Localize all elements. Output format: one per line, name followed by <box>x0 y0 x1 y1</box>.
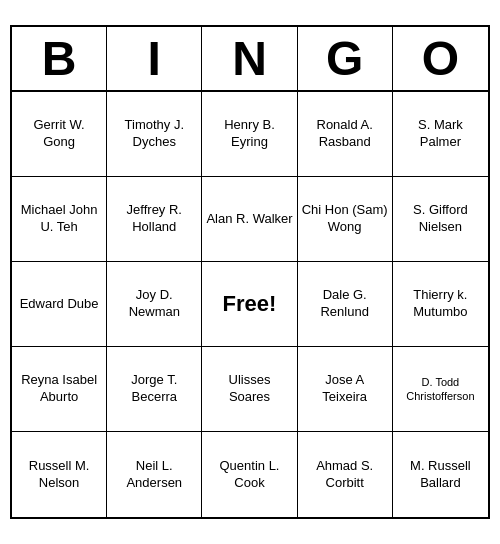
bingo-cell-23: Ahmad S. Corbitt <box>298 432 393 517</box>
bingo-cell-3: Ronald A. Rasband <box>298 92 393 177</box>
bingo-cell-15: Reyna Isabel Aburto <box>12 347 107 432</box>
bingo-cell-8: Chi Hon (Sam) Wong <box>298 177 393 262</box>
bingo-cell-10: Edward Dube <box>12 262 107 347</box>
free-space: Free! <box>202 262 297 347</box>
bingo-letter-o: O <box>393 27 488 90</box>
bingo-cell-5: Michael John U. Teh <box>12 177 107 262</box>
bingo-cell-14: Thierry k. Mutumbo <box>393 262 488 347</box>
bingo-cell-11: Joy D. Newman <box>107 262 202 347</box>
bingo-cell-17: Ulisses Soares <box>202 347 297 432</box>
bingo-cell-16: Jorge T. Becerra <box>107 347 202 432</box>
bingo-cell-9: S. Gifford Nielsen <box>393 177 488 262</box>
bingo-cell-7: Alan R. Walker <box>202 177 297 262</box>
bingo-cell-22: Quentin L. Cook <box>202 432 297 517</box>
bingo-cell-0: Gerrit W. Gong <box>12 92 107 177</box>
bingo-cell-21: Neil L. Andersen <box>107 432 202 517</box>
bingo-letter-b: B <box>12 27 107 90</box>
bingo-cell-2: Henry B. Eyring <box>202 92 297 177</box>
bingo-cell-1: Timothy J. Dyches <box>107 92 202 177</box>
bingo-card: BINGO Gerrit W. GongTimothy J. DychesHen… <box>10 25 490 519</box>
bingo-letter-n: N <box>202 27 297 90</box>
bingo-cell-13: Dale G. Renlund <box>298 262 393 347</box>
bingo-cell-20: Russell M. Nelson <box>12 432 107 517</box>
bingo-cell-6: Jeffrey R. Holland <box>107 177 202 262</box>
bingo-grid: Gerrit W. GongTimothy J. DychesHenry B. … <box>12 92 488 517</box>
bingo-cell-4: S. Mark Palmer <box>393 92 488 177</box>
bingo-letter-i: I <box>107 27 202 90</box>
bingo-cell-24: M. Russell Ballard <box>393 432 488 517</box>
bingo-letter-g: G <box>298 27 393 90</box>
bingo-header: BINGO <box>12 27 488 92</box>
bingo-cell-19: D. Todd Christofferson <box>393 347 488 432</box>
bingo-cell-18: Jose A Teixeira <box>298 347 393 432</box>
